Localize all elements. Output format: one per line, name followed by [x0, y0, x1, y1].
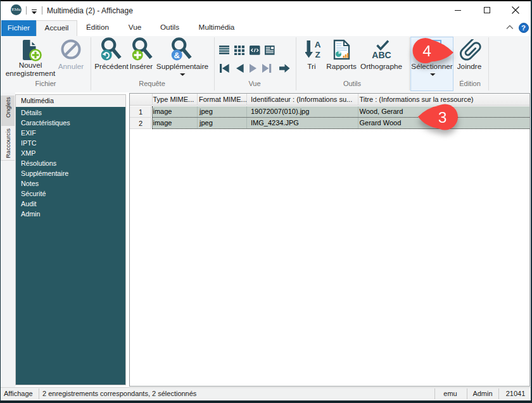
- svg-text:3: 3: [438, 109, 447, 126]
- svg-text:Z: Z: [315, 50, 320, 59]
- svg-text:ABC: ABC: [372, 50, 391, 60]
- svg-text:A: A: [315, 40, 321, 49]
- svg-text:&: &: [174, 51, 180, 60]
- svg-text:4: 4: [422, 42, 431, 59]
